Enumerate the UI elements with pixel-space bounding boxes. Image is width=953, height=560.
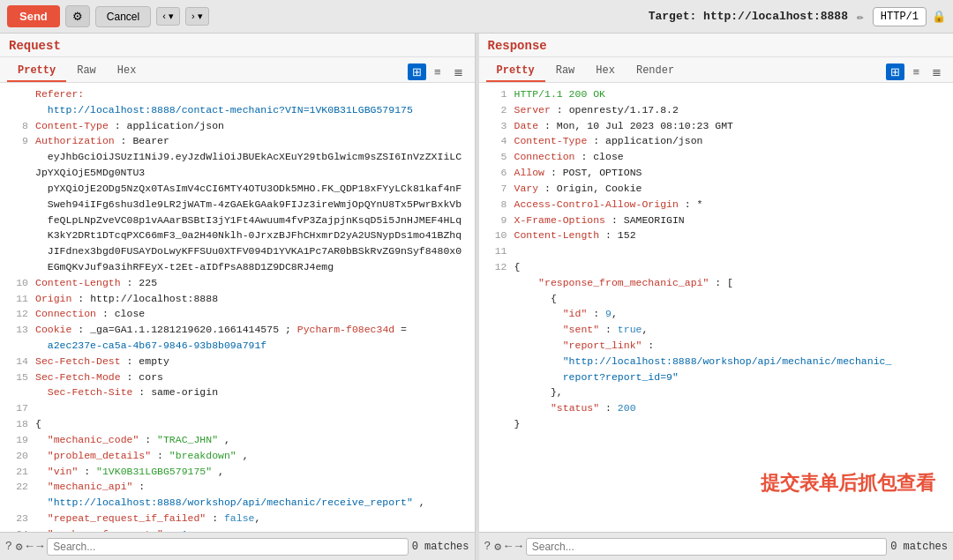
request-line: 11Origin : http://localhost:8888 [0,291,475,307]
request-line: 10Content-Length : 225 [0,275,475,291]
request-line: feQLpLNpZveVC08p1vAAarBSBtI3jY1Ft4Awuum4… [0,213,475,228]
tab-pretty-request[interactable]: Pretty [7,61,66,82]
request-panel: Request Pretty Raw Hex ⊞ ≡ ≣ Referer: ht… [0,34,476,560]
response-content: 1HTTP/1.1 200 OK2Server : openresty/1.17… [479,83,954,532]
search-input-right[interactable] [526,538,887,556]
response-line: 8Access-Control-Allow-Origin : * [479,197,954,213]
request-line: pYXQiOjE2ODg5NzQx0TAsImV4cCI6MTY4OTU3ODk… [0,181,475,197]
response-bottom-bar: ? ⚙ ← → 0 matches [479,532,954,560]
request-line: Referer: [0,86,475,102]
target-label: Target: http://localhost:8888 [649,10,848,23]
tab-raw-request[interactable]: Raw [66,61,107,82]
response-panel: Response Pretty Raw Hex Render ⊞ ≡ ≣ 1HT… [479,34,954,560]
request-line: 12Connection : close [0,306,475,322]
request-line: http://localhost:8888/contact-mechanic?V… [0,102,475,118]
response-line: 9X-Frame-Options : SAMEORIGIN [479,213,954,228]
request-tabs-row: Pretty Raw Hex ⊞ ≡ ≣ [0,57,475,83]
response-panel-header: Response [479,34,954,57]
request-line: Sec-Fetch-Site : same-origin [0,385,475,400]
response-line: 3Date : Mon, 10 Jul 2023 08:10:23 GMT [479,118,954,134]
request-line: "http://localhost:8888/workshop/api/mech… [0,495,475,511]
request-panel-header: Request [0,34,475,57]
request-line: eyJhbGciOiJSUzI1NiJ9.eyJzdWliOiJBUEkAcXE… [0,149,475,181]
match-count-right: 0 matches [890,541,948,553]
cancel-button[interactable]: Cancel [95,6,151,27]
request-title: Request [9,39,61,53]
edit-icon[interactable]: ✏️ [857,10,864,24]
tab-pretty-response[interactable]: Pretty [486,61,545,82]
request-line: 18{ [0,416,475,432]
response-line: "report_link" : [479,338,954,354]
request-line: K3kY2DRt1DTcqPXC66mF3_0a2H40Nklh-0JrxzBJ… [0,228,475,243]
request-line: 13Cookie : _ga=GA1.1.1281219620.16614145… [0,322,475,338]
view-wrap-btn-request[interactable]: ≣ [449,63,468,80]
request-line: 17 [0,400,475,416]
tab-hex-response[interactable]: Hex [585,61,626,82]
back-icon-left[interactable]: ← [26,540,34,553]
request-line: 23 "repeat_request_if_failed" : false, [0,511,475,526]
http-version-badge: HTTP/1 [873,7,927,26]
response-line: } [479,416,954,432]
request-line: JIFdnex3bgd0FUSAYDoLwyKFFSUu0XTFV094D1YV… [0,243,475,259]
request-line: 22 "mechanic_api" : [0,479,475,495]
view-list-btn-request[interactable]: ≡ [430,63,446,80]
request-line: 9Authorization : Bearer [0,133,475,149]
view-split-btn-request[interactable]: ⊞ [408,63,426,80]
response-line: { [479,291,954,307]
fwd-icon-left[interactable]: → [36,540,43,553]
request-bottom-bar: ? ⚙ ← → 0 matches [0,532,475,560]
request-line: 14Sec-Fetch-Dest : empty [0,354,475,370]
request-line: Sweh94iIFg6shu3dle9LR2jWATm-4zGAEkGAak9F… [0,197,475,213]
request-line: EGmQKvJuf9a3ihRFEyX-t2Et-aIDfPsA88D1Z9DC… [0,259,475,275]
response-line: 2Server : openresty/1.17.8.2 [479,102,954,118]
response-line: 10Content-Length : 152 [479,228,954,243]
help-icon-right[interactable]: ? [484,540,492,553]
response-line: 12{ [479,259,954,275]
response-line: 11 [479,243,954,259]
view-wrap-btn-response[interactable]: ≣ [927,63,946,80]
request-line: 15Sec-Fetch-Mode : cors [0,370,475,385]
response-line: 1HTTP/1.1 200 OK [479,86,954,102]
fwd-icon-right[interactable]: → [515,540,522,553]
match-count-left: 0 matches [412,541,469,553]
search-input-left[interactable] [47,538,408,556]
tab-hex-request[interactable]: Hex [107,61,147,82]
request-content: Referer: http://localhost:8888/contact-m… [0,83,475,532]
settings-icon-left[interactable]: ⚙ [16,540,23,554]
request-line: 19 "mechanic_code" : "TRAC_JHN" , [0,432,475,448]
response-line: 4Content-Type : application/json [479,133,954,149]
response-line: 6Allow : POST, OPTIONS [479,165,954,181]
response-line: "sent" : true, [479,322,954,338]
response-line: 5Connection : close [479,149,954,165]
help-icon-left[interactable]: ? [5,540,12,553]
response-line: "http://localhost:8888/workshop/api/mech… [479,354,954,370]
lock-icon: 🔒 [932,10,946,24]
gear-button[interactable]: ⚙ [65,5,90,27]
send-button[interactable]: Send [7,5,60,27]
request-line: 21 "vin" : "1VK0B31LGBG579175" , [0,464,475,480]
nav-fwd-button[interactable]: › ▾ [185,7,209,26]
back-icon-right[interactable]: ← [505,540,512,553]
view-split-btn-response[interactable]: ⊞ [886,63,904,80]
response-line: "response_from_mechanic_api" : [ [479,275,954,291]
response-line: }, [479,385,954,400]
response-title: Response [488,39,547,53]
request-line: 20 "problem_details" : "breakdown" , [0,448,475,464]
tab-render-response[interactable]: Render [626,61,685,82]
response-line: report?report_id=9" [479,370,954,385]
response-line: 7Vary : Origin, Cookie [479,181,954,197]
view-list-btn-response[interactable]: ≡ [908,63,924,80]
toolbar: Send ⚙ Cancel ‹ ▾ › ▾ Target: http://loc… [0,0,953,34]
nav-back-button[interactable]: ‹ ▾ [156,7,180,26]
settings-icon-right[interactable]: ⚙ [494,540,501,554]
response-line: "id" : 9, [479,306,954,322]
request-line: a2ec237e-ca5a-4b67-9846-93b8b09a791f [0,338,475,354]
request-line: 8Content-Type : application/json [0,118,475,134]
response-tabs-row: Pretty Raw Hex Render ⊞ ≡ ≣ [479,57,954,83]
panels: Request Pretty Raw Hex ⊞ ≡ ≣ Referer: ht… [0,34,953,560]
response-line: "status" : 200 [479,400,954,416]
tab-raw-response[interactable]: Raw [545,61,586,82]
